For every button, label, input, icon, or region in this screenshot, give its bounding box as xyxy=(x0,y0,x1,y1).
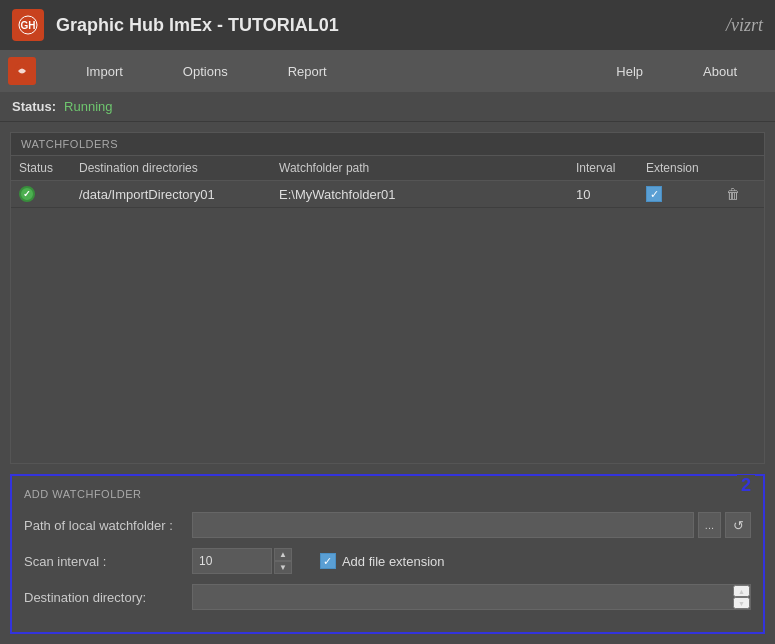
path-input-group: ... ↺ xyxy=(192,512,751,538)
vizrt-logo: /vizrt xyxy=(726,15,763,36)
status-bar: Status: Running xyxy=(0,92,775,122)
menu-item-report[interactable]: Report xyxy=(258,56,357,87)
add-file-extension-row: ✓ Add file extension xyxy=(320,553,445,569)
row-destination: /data/ImportDirectory01 xyxy=(79,187,279,202)
app-logo: GH xyxy=(12,9,44,41)
destination-arrow-buttons: ▲ ▼ xyxy=(733,584,751,610)
destination-row: Destination directory: ▲ ▼ xyxy=(24,584,751,610)
row-interval: 10 xyxy=(576,187,646,202)
table-row: /data/ImportDirectory01 E:\MyWatchfolder… xyxy=(11,181,764,208)
title-bar: GH Graphic Hub ImEx - TUTORIAL01 /vizrt xyxy=(0,0,775,50)
menu-bar: Import Options Report Help About xyxy=(0,50,775,92)
main-content: WATCHFOLDERS Status Destination director… xyxy=(0,122,775,644)
section-number-badge: 2 xyxy=(737,475,755,496)
svg-text:GH: GH xyxy=(21,20,36,31)
col-extension: Extension xyxy=(646,161,726,175)
delete-icon[interactable]: 🗑 xyxy=(726,186,740,202)
scan-interval-label: Scan interval : xyxy=(24,554,184,569)
row-path: E:\MyWatchfolder01 xyxy=(279,187,576,202)
status-value: Running xyxy=(64,99,112,114)
path-label: Path of local watchfolder : xyxy=(24,518,184,533)
spin-down-button[interactable]: ▼ xyxy=(274,561,292,574)
watchfolders-section: WATCHFOLDERS Status Destination director… xyxy=(10,132,765,464)
extension-checkbox-icon: ✓ xyxy=(646,186,662,202)
add-watchfolder-title: ADD WATCHFOLDER xyxy=(24,488,751,500)
reset-button[interactable]: ↺ xyxy=(725,512,751,538)
destination-input[interactable] xyxy=(192,584,751,610)
destination-select-group: ▲ ▼ xyxy=(192,584,751,610)
col-destination: Destination directories xyxy=(79,161,279,175)
path-row: Path of local watchfolder : ... ↺ xyxy=(24,512,751,538)
menu-logo xyxy=(8,57,36,85)
status-label: Status: xyxy=(12,99,56,114)
destination-up-button[interactable]: ▲ xyxy=(733,585,750,597)
row-extension: ✓ xyxy=(646,186,726,202)
status-running-icon xyxy=(19,186,35,202)
table-header: Status Destination directories Watchfold… xyxy=(11,156,764,181)
app-title: Graphic Hub ImEx - TUTORIAL01 xyxy=(56,15,714,36)
col-actions xyxy=(726,161,756,175)
add-file-extension-checkbox[interactable]: ✓ xyxy=(320,553,336,569)
watchfolders-title: WATCHFOLDERS xyxy=(11,133,764,156)
col-interval: Interval xyxy=(576,161,646,175)
scan-interval-row: Scan interval : ▲ ▼ ✓ Add file extension xyxy=(24,548,751,574)
menu-item-help[interactable]: Help xyxy=(586,56,673,87)
menu-item-options[interactable]: Options xyxy=(153,56,258,87)
destination-down-button[interactable]: ▼ xyxy=(733,597,750,609)
spin-buttons: ▲ ▼ xyxy=(274,548,292,574)
scan-interval-spinner: ▲ ▼ xyxy=(192,548,292,574)
destination-label: Destination directory: xyxy=(24,590,184,605)
col-status: Status xyxy=(19,161,79,175)
row-status xyxy=(19,186,79,202)
row-delete[interactable]: 🗑 xyxy=(726,186,756,202)
browse-button[interactable]: ... xyxy=(698,512,721,538)
path-input[interactable] xyxy=(192,512,694,538)
scan-interval-input[interactable] xyxy=(192,548,272,574)
add-file-extension-label: Add file extension xyxy=(342,554,445,569)
col-path: Watchfolder path xyxy=(279,161,576,175)
menu-item-import[interactable]: Import xyxy=(56,56,153,87)
spin-up-button[interactable]: ▲ xyxy=(274,548,292,561)
menu-item-about[interactable]: About xyxy=(673,56,767,87)
add-watchfolder-section: ADD WATCHFOLDER 2 Path of local watchfol… xyxy=(10,474,765,634)
